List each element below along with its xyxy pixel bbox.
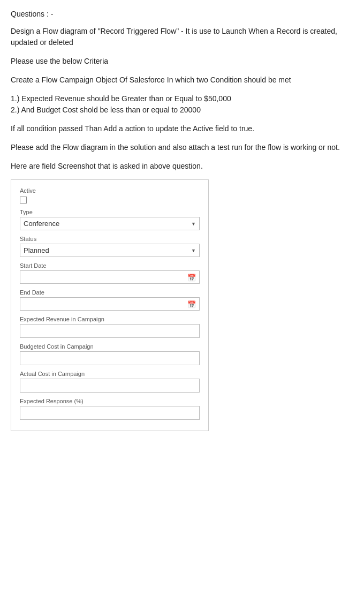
active-field-group: Active bbox=[20, 187, 200, 203]
start-date-field-group: Start Date 📅 bbox=[20, 262, 200, 284]
actual-cost-field-group: Actual Cost in Campaign bbox=[20, 371, 200, 393]
questions-title: Questions : - bbox=[11, 10, 353, 18]
screenshot-form: Active Type Conference Status Planned bbox=[11, 179, 209, 431]
paragraph-6: Please add the Flow diagram in the solut… bbox=[11, 142, 353, 153]
questions-section: Questions : - Design a Flow diagram of "… bbox=[11, 10, 353, 431]
type-field-group: Type Conference bbox=[20, 209, 200, 230]
active-checkbox-row bbox=[20, 195, 200, 203]
status-label: Status bbox=[20, 236, 200, 242]
start-date-wrapper: 📅 bbox=[20, 270, 200, 284]
expected-revenue-field-group: Expected Revenue in Campaign bbox=[20, 316, 200, 338]
type-select[interactable]: Conference bbox=[20, 217, 200, 230]
paragraph-7: Here are field Screenshot that is asked … bbox=[11, 161, 353, 172]
status-select[interactable]: Planned bbox=[20, 244, 200, 257]
type-select-wrapper: Conference bbox=[20, 217, 200, 230]
end-date-label: End Date bbox=[20, 289, 200, 296]
budgeted-cost-label: Budgeted Cost in Campaign bbox=[20, 343, 200, 350]
paragraph-5: If all condition passed Than Add a actio… bbox=[11, 123, 353, 134]
budgeted-cost-field-group: Budgeted Cost in Campaign bbox=[20, 343, 200, 365]
paragraph-2: Please use the below Criteria bbox=[11, 56, 353, 67]
expected-revenue-input[interactable] bbox=[20, 324, 200, 338]
end-date-wrapper: 📅 bbox=[20, 297, 200, 311]
active-label: Active bbox=[20, 187, 200, 194]
expected-response-field-group: Expected Response (%) bbox=[20, 398, 200, 420]
actual-cost-input[interactable] bbox=[20, 379, 200, 393]
type-label: Type bbox=[20, 209, 200, 215]
start-date-label: Start Date bbox=[20, 262, 200, 269]
paragraph-1: Design a Flow diagram of "Record Trigger… bbox=[11, 26, 353, 48]
status-select-wrapper: Planned bbox=[20, 244, 200, 257]
expected-response-input[interactable] bbox=[20, 406, 200, 420]
budgeted-cost-input[interactable] bbox=[20, 351, 200, 365]
paragraph-4: 1.) Expected Revenue should be Greater t… bbox=[11, 93, 353, 116]
expected-response-label: Expected Response (%) bbox=[20, 398, 200, 404]
end-date-input[interactable] bbox=[20, 297, 200, 311]
actual-cost-label: Actual Cost in Campaign bbox=[20, 371, 200, 377]
status-field-group: Status Planned bbox=[20, 236, 200, 257]
start-date-input[interactable] bbox=[20, 270, 200, 284]
end-date-field-group: End Date 📅 bbox=[20, 289, 200, 311]
paragraph-3: Create a Flow Campaign Object Of Salesfo… bbox=[11, 74, 353, 86]
active-checkbox[interactable] bbox=[20, 197, 27, 203]
expected-revenue-label: Expected Revenue in Campaign bbox=[20, 316, 200, 322]
